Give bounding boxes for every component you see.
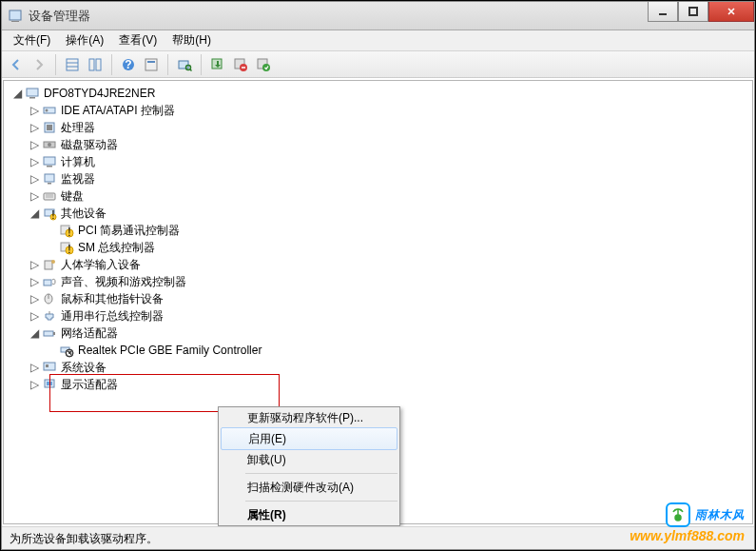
tree-item[interactable]: ! PCI 简易通讯控制器 xyxy=(11,222,752,239)
menu-label: 属性(R) xyxy=(247,507,286,523)
menu-file[interactable]: 文件(F) xyxy=(6,30,58,50)
expand-icon[interactable]: ▷ xyxy=(29,139,40,150)
tree-item[interactable]: ▷监视器 xyxy=(11,170,752,187)
tree-item[interactable]: ▷通用串行总线控制器 xyxy=(11,307,752,325)
svg-rect-3 xyxy=(689,8,697,15)
expand-icon[interactable]: ▷ xyxy=(29,379,40,390)
spacer xyxy=(46,242,57,253)
collapse-icon[interactable]: ◢ xyxy=(29,327,40,339)
view-list-button[interactable] xyxy=(62,54,83,75)
svg-rect-12 xyxy=(147,61,155,63)
tree-item[interactable]: ! SM 总线控制器 xyxy=(11,239,752,256)
tree-item-label: 显示适配器 xyxy=(61,376,118,393)
context-menu-enable[interactable]: 启用(E) xyxy=(221,427,397,450)
tree-item[interactable]: ▷人体学输入设备 xyxy=(11,256,752,273)
expand-icon[interactable]: ▷ xyxy=(29,173,40,185)
menu-view[interactable]: 查看(V) xyxy=(111,30,165,50)
context-menu-scan[interactable]: 扫描检测硬件改动(A) xyxy=(219,477,399,498)
tree-item-label: 通用串行总线控制器 xyxy=(61,307,164,325)
expand-icon[interactable]: ▷ xyxy=(29,190,40,202)
enable-device-button[interactable] xyxy=(253,54,274,75)
svg-text:?: ? xyxy=(125,58,131,71)
tree-item[interactable]: ▷键盘 xyxy=(11,187,752,205)
expand-icon[interactable]: ▷ xyxy=(29,122,40,133)
expand-icon[interactable]: ▷ xyxy=(29,293,40,305)
svg-rect-4 xyxy=(67,59,78,70)
maximize-button[interactable] xyxy=(678,1,708,22)
context-menu: 更新驱动程序软件(P)... 启用(E) 卸载(U) 扫描检测硬件改动(A) 属… xyxy=(218,406,400,526)
svg-point-25 xyxy=(46,109,48,112)
collapse-icon[interactable]: ◢ xyxy=(29,207,40,219)
statusbar: 为所选设备卸载该驱动程序。 xyxy=(2,526,754,549)
back-button[interactable] xyxy=(6,54,27,75)
tree-item[interactable]: ▷计算机 xyxy=(11,153,752,170)
tree-root-label: DFO8TYD4JRE2NER xyxy=(44,85,155,102)
svg-rect-48 xyxy=(44,280,51,285)
expand-icon[interactable]: ▷ xyxy=(29,362,40,373)
tree-item-network-device[interactable]: Realtek PCIe GBE Family Controller xyxy=(11,342,752,359)
svg-point-47 xyxy=(51,260,55,264)
tree-item-label: 处理器 xyxy=(61,119,95,136)
scan-hardware-button[interactable] xyxy=(174,54,195,75)
view-detail-button[interactable] xyxy=(85,54,106,75)
tree-item[interactable]: ▷系统设备 xyxy=(11,359,752,376)
update-driver-button[interactable] xyxy=(207,54,228,75)
collapse-icon[interactable]: ◢ xyxy=(11,88,23,99)
menu-label: 卸载(U) xyxy=(247,452,286,468)
context-menu-uninstall[interactable]: 卸载(U) xyxy=(219,449,399,470)
tree-item-label: IDE ATA/ATAPI 控制器 xyxy=(61,102,175,119)
tree-item-label: PCI 简易通讯控制器 xyxy=(78,222,180,239)
tree-item-label: Realtek PCIe GBE Family Controller xyxy=(78,342,262,359)
help-toolbar-button[interactable]: ? xyxy=(118,54,139,75)
device-category-icon xyxy=(42,291,57,306)
tree-item[interactable]: ▷磁盘驱动器 xyxy=(11,136,752,153)
tree-item-other-devices[interactable]: ◢ ! 其他设备 xyxy=(11,205,752,222)
other-devices-icon: ! xyxy=(42,206,57,221)
computer-icon xyxy=(25,86,40,101)
device-category-icon xyxy=(42,360,57,375)
device-category-icon xyxy=(42,103,57,118)
svg-rect-57 xyxy=(44,363,55,370)
svg-line-15 xyxy=(190,69,192,71)
close-button[interactable] xyxy=(708,1,754,22)
expand-icon[interactable]: ▷ xyxy=(29,310,40,322)
uninstall-button[interactable] xyxy=(230,54,251,75)
svg-point-14 xyxy=(186,65,191,69)
tree-item[interactable]: ▷IDE ATA/ATAPI 控制器 xyxy=(11,102,752,119)
spacer xyxy=(46,225,57,236)
svg-rect-22 xyxy=(27,89,38,96)
warning-device-icon: ! xyxy=(59,223,74,238)
expand-icon[interactable]: ▷ xyxy=(29,259,40,270)
svg-rect-46 xyxy=(45,261,52,269)
expand-icon[interactable]: ▷ xyxy=(29,156,40,167)
tree-item-label: 声音、视频和游戏控制器 xyxy=(61,273,186,290)
tree-item[interactable]: ▷显示适配器 xyxy=(11,376,752,393)
device-category-icon xyxy=(42,257,57,272)
expand-icon[interactable]: ▷ xyxy=(29,276,40,287)
forward-button[interactable] xyxy=(29,54,49,75)
network-adapter-icon xyxy=(42,325,57,341)
device-category-icon xyxy=(42,188,57,204)
properties-button[interactable] xyxy=(141,54,162,75)
tree-item-network[interactable]: ◢ 网络适配器 xyxy=(11,325,752,342)
context-menu-update[interactable]: 更新驱动程序软件(P)... xyxy=(219,407,399,428)
menu-help[interactable]: 帮助(H) xyxy=(165,30,219,50)
menu-action[interactable]: 操作(A) xyxy=(58,30,111,50)
svg-rect-1 xyxy=(11,21,19,22)
warning-device-icon: ! xyxy=(59,240,74,255)
expand-icon[interactable]: ▷ xyxy=(29,105,40,116)
svg-point-29 xyxy=(48,143,51,147)
tree-item[interactable]: ▷声音、视频和游戏控制器 xyxy=(11,273,752,290)
svg-rect-2 xyxy=(659,13,667,15)
minimize-button[interactable] xyxy=(648,1,678,22)
svg-rect-53 xyxy=(53,332,55,335)
svg-rect-11 xyxy=(145,59,157,70)
tree-item[interactable]: ▷处理器 xyxy=(11,119,752,136)
context-menu-properties[interactable]: 属性(R) xyxy=(219,504,399,525)
tree-root[interactable]: ◢ DFO8TYD4JRE2NER xyxy=(11,85,752,102)
svg-rect-0 xyxy=(10,10,21,20)
tree-item[interactable]: ▷鼠标和其他指针设备 xyxy=(11,290,752,307)
device-category-icon xyxy=(42,171,57,187)
svg-rect-31 xyxy=(47,166,52,167)
menu-label: 启用(E) xyxy=(248,431,286,447)
